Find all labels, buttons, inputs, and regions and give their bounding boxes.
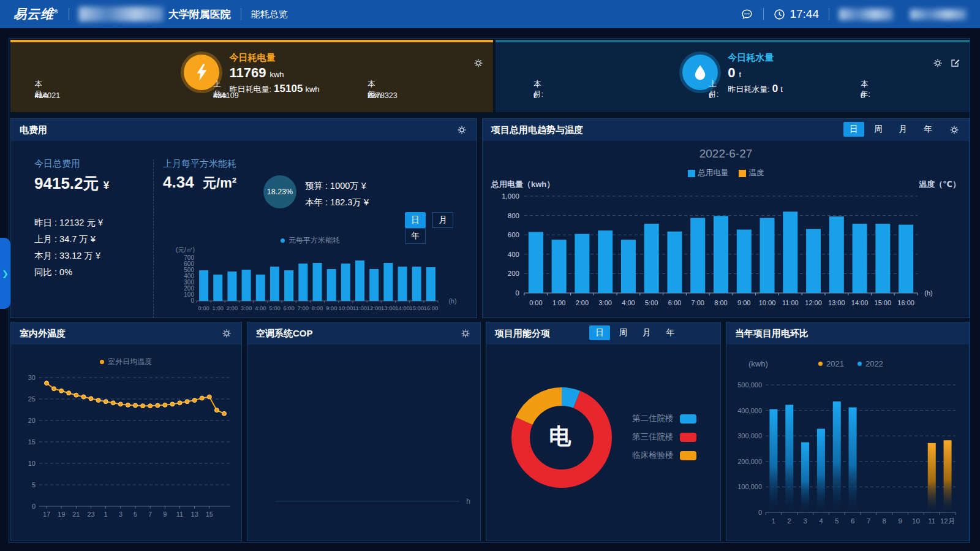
cost-yoy: 同比 : 0% — [34, 267, 72, 278]
panel-header: 当年项目用电环比 — [726, 322, 969, 344]
sidebar-expand-handle[interactable]: ❯ — [0, 238, 10, 309]
panel-header: 项目用能分项 日 周 月 年 — [486, 322, 720, 344]
svg-text:5: 5 — [134, 511, 137, 518]
message-icon[interactable] — [741, 8, 753, 21]
svg-text:14:00: 14:00 — [851, 299, 869, 306]
svg-text:7:00: 7:00 — [298, 305, 309, 311]
svg-text:10: 10 — [912, 517, 920, 525]
svg-text:10:00: 10:00 — [338, 305, 353, 311]
tab-month[interactable]: 月 — [893, 122, 914, 137]
svg-text:8: 8 — [883, 517, 886, 525]
tab-day[interactable]: 日 — [589, 325, 610, 340]
svg-text:9: 9 — [898, 517, 902, 525]
sqm-value: 4.34 元/m² — [163, 173, 236, 192]
panel-title: 当年项目用电环比 — [726, 328, 809, 340]
svg-text:800: 800 — [508, 212, 519, 219]
tab-month[interactable]: 月 — [636, 325, 657, 340]
today-electricity-value: 11769kwh — [229, 65, 319, 81]
gear-icon[interactable] — [222, 329, 232, 341]
tab-week[interactable]: 周 — [868, 122, 889, 137]
hospital-name: 大学附属医院 — [168, 7, 231, 21]
gear-icon[interactable] — [949, 125, 959, 137]
svg-text:15:00: 15:00 — [875, 299, 892, 306]
censored-account — [910, 9, 967, 20]
svg-text:(h): (h) — [924, 289, 932, 297]
cost-tab-group: 日 月 年 — [401, 212, 477, 244]
legend-swatch — [680, 433, 696, 442]
svg-text:8:00: 8:00 — [312, 305, 323, 311]
svg-text:10:00: 10:00 — [759, 299, 776, 306]
svg-text:4:00: 4:00 — [622, 299, 635, 306]
panel-title: 电费用 — [11, 124, 47, 136]
svg-text:30: 30 — [28, 374, 36, 381]
tab-day[interactable]: 日 — [843, 122, 864, 137]
svg-text:23: 23 — [87, 511, 94, 518]
panel-title: 项目用能分项 — [486, 328, 550, 340]
legend-total-power: 总用电量 — [688, 168, 729, 178]
svg-text:12:00: 12:00 — [805, 299, 822, 306]
svg-text:(h): (h) — [449, 297, 457, 305]
legend-dot — [858, 362, 862, 366]
svg-text:15: 15 — [206, 511, 213, 518]
budget-value: 预算 : 1000万 ¥ — [305, 180, 366, 192]
yoy-bar-chart: 0100,000200,000300,000400,000500,0001234… — [729, 373, 968, 537]
svg-text:500,000: 500,000 — [737, 381, 762, 389]
svg-text:700: 700 — [184, 254, 194, 261]
tab-year[interactable]: 年 — [660, 325, 680, 340]
svg-text:17: 17 — [43, 511, 50, 518]
tab-day[interactable]: 日 — [405, 212, 426, 228]
dashboard-container: 今日耗电量 11769kwh 昨日耗电量:15105kwh 本月: 414021… — [9, 38, 970, 543]
svg-text:3:00: 3:00 — [598, 299, 611, 306]
svg-text:600: 600 — [184, 260, 194, 267]
divider — [241, 8, 241, 20]
tab-year[interactable]: 年 — [918, 122, 938, 137]
censored-username — [839, 9, 893, 20]
yesterday-electricity: 昨日耗电量:15105kwh — [229, 83, 319, 95]
nav-menu-energy-overview[interactable]: 能耗总览 — [251, 9, 288, 20]
power-trend-panel: 项目总用电趋势与温度 日 周 月 年 2022-6-27 总用电量 温度 总用电… — [482, 118, 970, 318]
svg-text:(元/㎡): (元/㎡) — [176, 246, 195, 253]
gear-icon[interactable] — [457, 125, 467, 137]
svg-text:11:00: 11:00 — [353, 305, 367, 311]
panel-header: 空调系统COP — [247, 322, 480, 344]
tab-week[interactable]: 周 — [612, 325, 633, 340]
svg-text:100,000: 100,000 — [737, 483, 762, 490]
yoy-power-panel: 当年项目用电环比 (kwh) 2021 2022 0100,000200,000… — [726, 322, 970, 541]
svg-text:400,000: 400,000 — [737, 407, 762, 414]
svg-text:3: 3 — [119, 511, 123, 518]
trend-tab-group: 日 周 月 年 — [842, 122, 938, 137]
svg-text:600: 600 — [508, 231, 519, 238]
panel-header: 室内外温度 — [11, 322, 241, 344]
cost-last-month: 上月 : 34.7 万 ¥ — [34, 234, 96, 245]
legend-dot — [100, 360, 104, 364]
tab-year[interactable]: 年 — [405, 228, 426, 244]
svg-text:15:00: 15:00 — [409, 305, 424, 311]
gear-icon[interactable] — [461, 329, 470, 341]
svg-text:13:00: 13:00 — [381, 305, 396, 311]
chart-date: 2022-6-27 — [483, 147, 969, 161]
chevron-right-icon: ❯ — [2, 269, 9, 278]
svg-text:6: 6 — [851, 517, 854, 525]
svg-text:400: 400 — [508, 251, 519, 258]
svg-text:5: 5 — [32, 481, 36, 488]
y-unit-label: (kwh) — [748, 359, 768, 368]
svg-text:11: 11 — [928, 517, 935, 525]
divider — [69, 8, 69, 20]
svg-text:300: 300 — [184, 279, 194, 286]
svg-text:1: 1 — [104, 511, 108, 518]
divider — [153, 159, 154, 317]
panel-header: 项目总用电趋势与温度 日 周 月 年 — [483, 119, 969, 141]
svg-text:3:00: 3:00 — [241, 305, 252, 311]
divider — [763, 8, 764, 20]
svg-text:6:00: 6:00 — [668, 299, 681, 306]
tab-month[interactable]: 月 — [432, 212, 453, 228]
card-title: 今日耗水量 — [728, 52, 783, 64]
svg-text:4: 4 — [819, 517, 823, 525]
svg-text:5: 5 — [835, 517, 839, 525]
today-electricity-card: 今日耗电量 11769kwh 昨日耗电量:15105kwh 本月: 414021… — [10, 40, 493, 112]
cost-bar-chart: (元/㎡)01002003004005006007000:001:002:003… — [167, 245, 473, 315]
svg-text:9:00: 9:00 — [326, 305, 337, 311]
legend-building-2: 第二住院楼 — [632, 413, 696, 424]
svg-text:200: 200 — [184, 285, 194, 292]
trend-legend: 总用电量 温度 — [483, 168, 969, 178]
